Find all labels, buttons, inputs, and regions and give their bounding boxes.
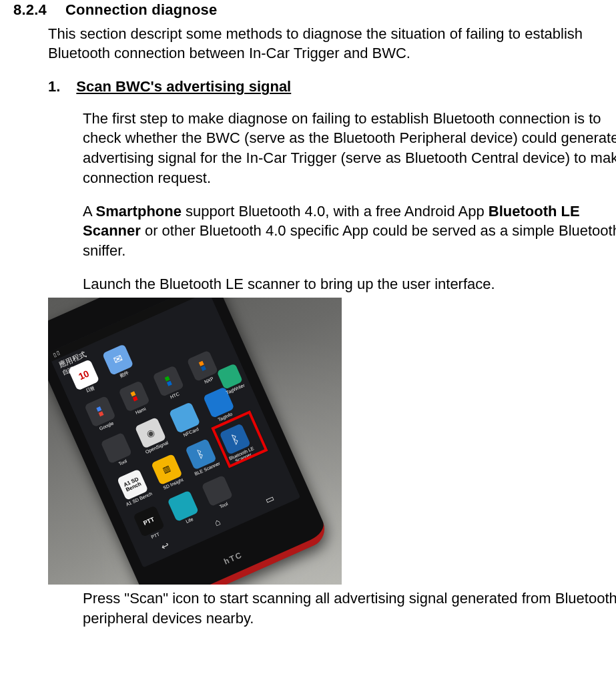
folder-nxp: NXP (187, 350, 219, 382)
folder-htc: HTC (152, 366, 184, 398)
step-paragraph-2: A Smartphone support Bluetooth 4.0, with… (83, 202, 616, 261)
step-paragraph-1: The first step to make diagnose on faili… (83, 109, 616, 188)
label-blescanner: BLE Scanner (190, 460, 224, 478)
section-title: Connection diagnose (65, 1, 217, 18)
section-number: 8.2.4 (13, 1, 47, 18)
label-opensignal: OpenSignal (140, 438, 174, 457)
bluetooth-icon: ᛒ (195, 446, 207, 462)
label-htc: HTC (158, 386, 192, 405)
step-paragraph-3: Launch the Bluetooth LE scanner to bring… (83, 274, 616, 294)
label-google: Google (89, 417, 123, 436)
app-icon-tagwriter: TagWriter (217, 363, 244, 390)
p2-lead: A (83, 203, 96, 220)
folder-google: Google (84, 396, 116, 428)
section-heading: 8.2.4Connection diagnose (13, 0, 616, 20)
app-icon-blescanner: ᛒ BLE Scanner (185, 438, 217, 470)
app-icon-sdinsight: ▥ SD Insight (151, 454, 183, 486)
folder-tool: Tool (101, 432, 133, 464)
app-icon-nfcard: NFCard (169, 402, 201, 434)
label-calendar: 日曆 (73, 380, 107, 399)
label-mail: 郵件 (107, 365, 141, 384)
label-sdinsight: SD Insight (156, 474, 190, 493)
phone-screenshot-photo: ▯ ▯ 📶 🔋 應用程式 自訂 10 日曆 ✉ 郵件 (48, 298, 342, 585)
label-tool: Tool (106, 453, 139, 472)
label-hami: Hami (123, 402, 157, 420)
keyword-smartphone: Smartphone (96, 203, 182, 220)
nav-back-icon: ↩ (155, 536, 174, 555)
folder-hami: Hami (118, 380, 150, 412)
app-icon-a1sdbench: A1 SDBench A1 SD Bench (117, 469, 149, 501)
app-icon-life: Life (168, 490, 200, 522)
step-number: 1. (48, 78, 60, 95)
nav-recent-icon: ▭ (260, 489, 280, 508)
step-title: Scan BWC's advertising signal (76, 78, 291, 95)
p2-mid: support Bluetooth 4.0, with a free Andro… (182, 203, 489, 220)
app-icon-opensignal: ◉ OpenSignal (135, 417, 167, 449)
step-heading: 1.Scan BWC's advertising signal (48, 77, 616, 97)
step-paragraph-4: Press "Scan" icon to start scanning all … (83, 589, 616, 628)
folder-tool-2: Tool (202, 475, 234, 507)
intro-paragraph: This section descript some methods to di… (48, 24, 616, 63)
p2-tail: or other Bluetooth 4.0 specific App coul… (83, 222, 616, 259)
nav-home-icon: ⌂ (208, 512, 227, 532)
label-nfcard: NFCard (174, 423, 208, 442)
app-icon-ptt: PTT PTT (133, 506, 165, 538)
calendar-date: 10 (77, 367, 91, 383)
